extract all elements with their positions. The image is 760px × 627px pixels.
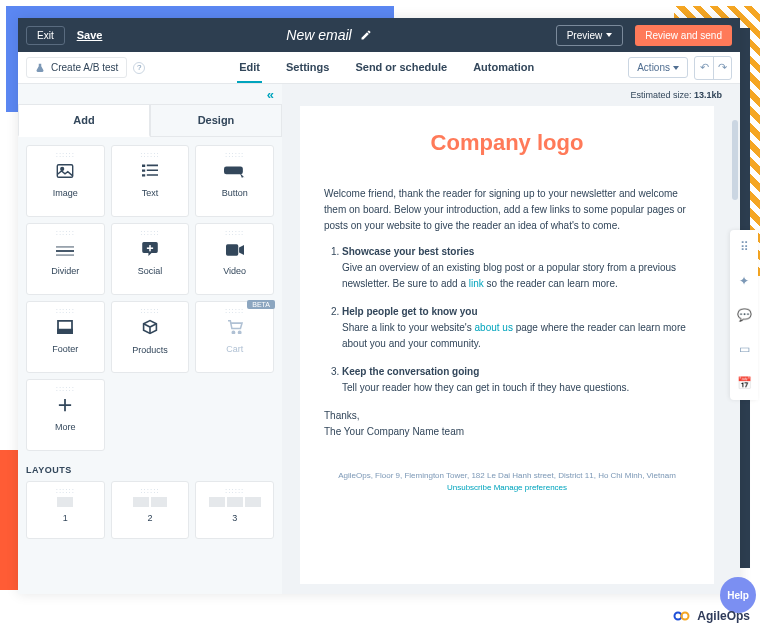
video-icon	[226, 242, 244, 260]
help-fab[interactable]: Help	[720, 577, 756, 613]
company-logo-heading: Company logo	[300, 120, 714, 174]
layout-2[interactable]: ::::::2	[111, 481, 190, 539]
tab-settings[interactable]: Settings	[284, 53, 331, 83]
block-label: Cart	[226, 344, 243, 354]
collapse-sidebar-button[interactable]: «	[18, 84, 282, 104]
block-label: Divider	[51, 266, 79, 276]
top-bar: Exit Save New email Preview Review and s…	[18, 18, 740, 52]
block-footer[interactable]: ::::::Footer	[26, 301, 105, 373]
exit-button[interactable]: Exit	[26, 26, 65, 45]
page-title: New email	[286, 27, 351, 43]
image-icon	[56, 164, 74, 182]
manage-preferences-link[interactable]: Manage preferences	[494, 483, 567, 492]
layout-label: 1	[63, 513, 68, 523]
drag-handle-icon: ::::::	[140, 486, 159, 495]
team-text: The Your Company Name team	[324, 424, 690, 440]
actions-button[interactable]: Actions	[628, 57, 688, 78]
rail-grid-icon[interactable]: ⠿	[730, 230, 758, 264]
drag-handle-icon: ::::::	[140, 306, 159, 315]
svg-point-13	[675, 613, 682, 620]
block-social[interactable]: ::::::Social	[111, 223, 190, 295]
block-label: Social	[138, 266, 163, 276]
svg-point-11	[232, 331, 234, 333]
estimated-size: Estimated size: 13.1kb	[282, 84, 740, 106]
drag-handle-icon: ::::::	[56, 384, 75, 393]
block-label: Products	[132, 345, 168, 355]
layout-preview-icon	[133, 497, 167, 507]
preview-button[interactable]: Preview	[556, 25, 624, 46]
edit-title-icon[interactable]	[360, 29, 372, 41]
brand-logo: AgileOps	[673, 609, 750, 623]
button-icon	[224, 164, 246, 182]
beta-badge: BETA	[247, 300, 275, 309]
sidebar: « Add Design ::::::Image::::::Text::::::…	[18, 84, 282, 594]
more-icon	[58, 398, 72, 416]
thanks-text: Thanks,	[324, 408, 690, 424]
unsubscribe-link[interactable]: Unsubscribe	[447, 483, 491, 492]
block-label: Text	[142, 188, 159, 198]
block-divider[interactable]: ::::::Divider	[26, 223, 105, 295]
products-icon	[142, 319, 158, 339]
tab-edit[interactable]: Edit	[237, 53, 262, 83]
side-tab-design[interactable]: Design	[150, 104, 282, 136]
rail-comment-icon[interactable]: 💬	[730, 298, 758, 332]
layout-3[interactable]: ::::::3	[195, 481, 274, 539]
block-products[interactable]: ::::::Products	[111, 301, 190, 373]
undo-redo-group: ↶ ↷	[694, 56, 732, 80]
svg-point-14	[682, 613, 689, 620]
drag-handle-icon: ::::::	[140, 150, 159, 159]
block-image[interactable]: ::::::Image	[26, 145, 105, 217]
canvas: Estimated size: 13.1kb Company logo Welc…	[282, 84, 740, 594]
drag-handle-icon: ::::::	[225, 486, 244, 495]
svg-rect-4	[56, 247, 74, 248]
svg-point-1	[61, 168, 64, 171]
rail-calendar-icon[interactable]: 📅	[730, 366, 758, 400]
email-preview[interactable]: Company logo Welcome friend, thank the r…	[300, 106, 714, 584]
divider-icon	[56, 242, 74, 260]
save-link[interactable]: Save	[77, 29, 103, 41]
body-link[interactable]: about us	[475, 322, 513, 333]
app-frame: Exit Save New email Preview Review and s…	[18, 18, 740, 594]
layout-preview-icon	[209, 497, 261, 507]
welcome-text: Welcome friend, thank the reader for sig…	[324, 186, 690, 234]
layout-1[interactable]: ::::::1	[26, 481, 105, 539]
svg-point-12	[238, 331, 240, 333]
main-tabs: Edit Settings Send or schedule Automatio…	[151, 53, 622, 83]
footer-icon	[57, 320, 73, 338]
email-list-item: Showcase your best storiesGive an overvi…	[342, 244, 690, 292]
text-icon	[142, 164, 158, 182]
layout-label: 2	[147, 513, 152, 523]
drag-handle-icon: ::::::	[225, 306, 244, 315]
redo-button[interactable]: ↷	[713, 57, 731, 79]
email-list-item: Help people get to know youShare a link …	[342, 304, 690, 352]
block-video[interactable]: ::::::Video	[195, 223, 274, 295]
social-icon	[142, 242, 158, 260]
ab-label: Create A/B test	[51, 62, 118, 73]
svg-rect-0	[58, 165, 73, 178]
ab-help-icon[interactable]: ?	[133, 62, 145, 74]
review-send-button[interactable]: Review and send	[635, 25, 732, 46]
flask-icon	[35, 63, 45, 73]
drag-handle-icon: ::::::	[56, 150, 75, 159]
block-button[interactable]: ::::::Button	[195, 145, 274, 217]
body-link[interactable]: link	[469, 278, 484, 289]
rail-sparkle-icon[interactable]: ✦	[730, 264, 758, 298]
undo-button[interactable]: ↶	[695, 57, 713, 79]
block-label: Footer	[52, 344, 78, 354]
email-footer: AgileOps, Floor 9, Flemington Tower, 182…	[300, 452, 714, 504]
block-label: More	[55, 422, 76, 432]
drag-handle-icon: ::::::	[56, 228, 75, 237]
cart-icon	[227, 320, 243, 338]
tab-send-schedule[interactable]: Send or schedule	[353, 53, 449, 83]
sub-bar: Create A/B test ? Edit Settings Send or …	[18, 52, 740, 84]
create-ab-test-button[interactable]: Create A/B test	[26, 57, 127, 78]
layout-preview-icon	[57, 497, 73, 507]
rail-window-icon[interactable]: ▭	[730, 332, 758, 366]
svg-rect-10	[58, 330, 72, 334]
block-label: Image	[53, 188, 78, 198]
block-more[interactable]: ::::::More	[26, 379, 105, 451]
tab-automation[interactable]: Automation	[471, 53, 536, 83]
block-cart[interactable]: ::::::CartBETA	[195, 301, 274, 373]
side-tab-add[interactable]: Add	[18, 104, 150, 137]
block-text[interactable]: ::::::Text	[111, 145, 190, 217]
